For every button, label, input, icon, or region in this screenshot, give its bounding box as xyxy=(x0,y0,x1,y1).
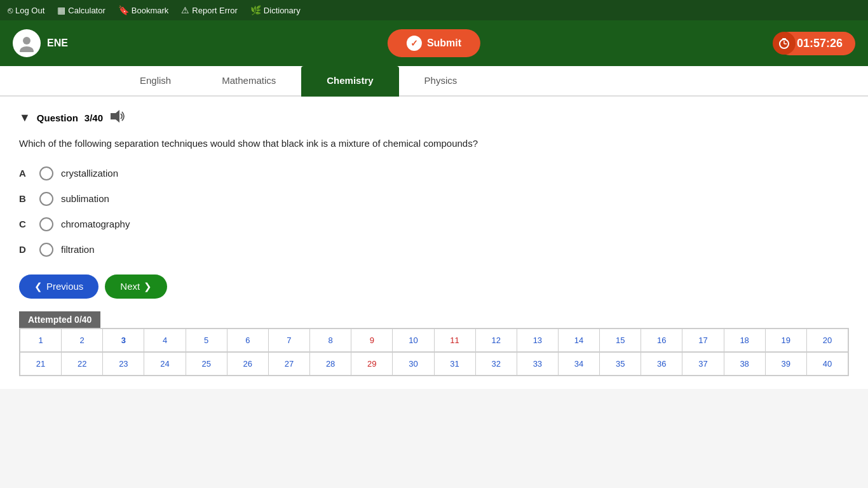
svg-rect-5 xyxy=(782,38,786,39)
grid-cell-8[interactable]: 8 xyxy=(310,329,351,352)
dictionary-icon: 🌿 xyxy=(250,5,261,15)
radio-a[interactable] xyxy=(39,166,53,180)
audio-icon[interactable] xyxy=(109,109,126,126)
grid-cell-28[interactable]: 28 xyxy=(310,353,351,376)
calculator-item[interactable]: ▦ Calculator xyxy=(57,5,105,15)
bookmark-label: Bookmark xyxy=(132,6,169,15)
grid-cell-7[interactable]: 7 xyxy=(269,329,310,352)
bookmark-item[interactable]: 🔖 Bookmark xyxy=(118,5,169,15)
chevron-down-icon[interactable]: ▼ xyxy=(19,111,31,125)
grid-cell-20[interactable]: 20 xyxy=(807,329,848,352)
grid-cell-31[interactable]: 31 xyxy=(435,353,476,376)
question-counter: 3/40 xyxy=(85,112,103,123)
grid-cell-18[interactable]: 18 xyxy=(724,329,766,352)
grid-cell-22[interactable]: 22 xyxy=(62,353,103,376)
submit-check-icon: ✓ xyxy=(407,36,422,51)
grid-cell-11[interactable]: 11 xyxy=(435,329,476,352)
submit-button[interactable]: ✓ Submit xyxy=(388,29,480,57)
option-letter-c: C xyxy=(19,219,32,229)
grid-cell-40[interactable]: 40 xyxy=(807,353,848,376)
option-letter-a: A xyxy=(19,168,32,179)
radio-b[interactable] xyxy=(39,192,53,206)
toolbar: ⎋ Log Out ▦ Calculator 🔖 Bookmark ⚠ Repo… xyxy=(0,0,868,20)
option-text-a: crystallization xyxy=(61,168,118,179)
next-button[interactable]: Next ❯ xyxy=(105,274,167,299)
bookmark-icon: 🔖 xyxy=(118,5,129,15)
attempted-badge: Attempted 0/40 xyxy=(19,311,100,328)
dictionary-item[interactable]: 🌿 Dictionary xyxy=(250,5,301,15)
grid-cell-16[interactable]: 16 xyxy=(641,329,682,352)
grid-cell-23[interactable]: 23 xyxy=(103,353,144,376)
next-chevron-icon: ❯ xyxy=(144,281,152,292)
option-text-b: sublimation xyxy=(61,193,109,204)
tabs-bar: English Mathematics Chemistry Physics xyxy=(0,66,868,97)
option-text-d: filtration xyxy=(61,244,95,255)
header: ENE ✓ Submit 01:57:26 xyxy=(0,20,868,66)
radio-c[interactable] xyxy=(39,217,53,231)
grid-cell-9[interactable]: 9 xyxy=(351,329,393,352)
tab-mathematics[interactable]: Mathematics xyxy=(196,66,301,97)
grid-cell-24[interactable]: 24 xyxy=(144,353,186,376)
grid-cell-1[interactable]: 1 xyxy=(20,329,62,352)
grid-cell-39[interactable]: 39 xyxy=(766,353,807,376)
log-out-label: Log Out xyxy=(15,6,44,15)
grid-cell-21[interactable]: 21 xyxy=(20,353,62,376)
timer-display: 01:57:26 xyxy=(778,32,855,55)
grid-cell-6[interactable]: 6 xyxy=(227,329,269,352)
report-error-item[interactable]: ⚠ Report Error xyxy=(181,5,238,15)
grid-cell-38[interactable]: 38 xyxy=(724,353,766,376)
grid-cell-26[interactable]: 26 xyxy=(227,353,269,376)
previous-button[interactable]: ❮ Previous xyxy=(19,274,98,299)
question-label: Question xyxy=(37,112,78,123)
option-row-d: D filtration xyxy=(19,243,849,257)
grid-cell-29[interactable]: 29 xyxy=(351,353,393,376)
warning-icon: ⚠ xyxy=(181,5,189,15)
prev-chevron-icon: ❮ xyxy=(34,281,43,292)
option-row-b: B sublimation xyxy=(19,192,849,206)
grid-cell-3[interactable]: 3 xyxy=(103,329,144,352)
attempted-section: Attempted 0/40 1234567891011121314151617… xyxy=(0,311,868,376)
option-row-a: A crystallization xyxy=(19,166,849,180)
grid-cell-27[interactable]: 27 xyxy=(269,353,310,376)
options-list: A crystallization B sublimation C chroma… xyxy=(19,166,849,257)
grid-cell-33[interactable]: 33 xyxy=(517,353,559,376)
timer-value: 01:57:26 xyxy=(797,37,843,50)
radio-d[interactable] xyxy=(39,243,53,257)
option-text-c: chromatography xyxy=(61,219,130,229)
tab-physics[interactable]: Physics xyxy=(399,66,483,97)
grid-cell-4[interactable]: 4 xyxy=(144,329,186,352)
question-grid-row1: 1234567891011121314151617181920 xyxy=(20,329,848,352)
tab-chemistry[interactable]: Chemistry xyxy=(301,66,398,97)
previous-label: Previous xyxy=(46,281,83,292)
log-out-icon: ⎋ xyxy=(8,5,13,15)
grid-cell-10[interactable]: 10 xyxy=(393,329,434,352)
grid-cell-15[interactable]: 15 xyxy=(600,329,641,352)
grid-cell-2[interactable]: 2 xyxy=(62,329,103,352)
grid-cell-34[interactable]: 34 xyxy=(559,353,600,376)
grid-cell-5[interactable]: 5 xyxy=(186,329,227,352)
grid-cell-37[interactable]: 37 xyxy=(682,353,724,376)
submit-label: Submit xyxy=(427,37,461,49)
grid-cell-30[interactable]: 30 xyxy=(393,353,434,376)
grid-cell-19[interactable]: 19 xyxy=(766,329,807,352)
grid-cell-12[interactable]: 12 xyxy=(476,329,517,352)
next-label: Next xyxy=(120,281,140,292)
report-error-label: Report Error xyxy=(192,6,238,15)
grid-cell-36[interactable]: 36 xyxy=(641,353,682,376)
timer-icon xyxy=(773,32,796,55)
user-area: ENE xyxy=(13,29,68,57)
question-header: ▼ Question 3/40 xyxy=(19,109,849,126)
question-text: Which of the following separation techni… xyxy=(19,137,849,151)
grid-cell-14[interactable]: 14 xyxy=(559,329,600,352)
grid-cell-25[interactable]: 25 xyxy=(186,353,227,376)
svg-point-0 xyxy=(23,37,31,44)
grid-cell-35[interactable]: 35 xyxy=(600,353,641,376)
grid-cell-32[interactable]: 32 xyxy=(476,353,517,376)
option-letter-b: B xyxy=(19,193,32,204)
main-content: ▼ Question 3/40 Which of the following s… xyxy=(0,97,868,389)
log-out-item[interactable]: ⎋ Log Out xyxy=(8,5,44,15)
grid-cell-17[interactable]: 17 xyxy=(682,329,724,352)
grid-cell-13[interactable]: 13 xyxy=(517,329,559,352)
svg-point-1 xyxy=(20,46,34,52)
tab-english[interactable]: English xyxy=(114,66,196,97)
